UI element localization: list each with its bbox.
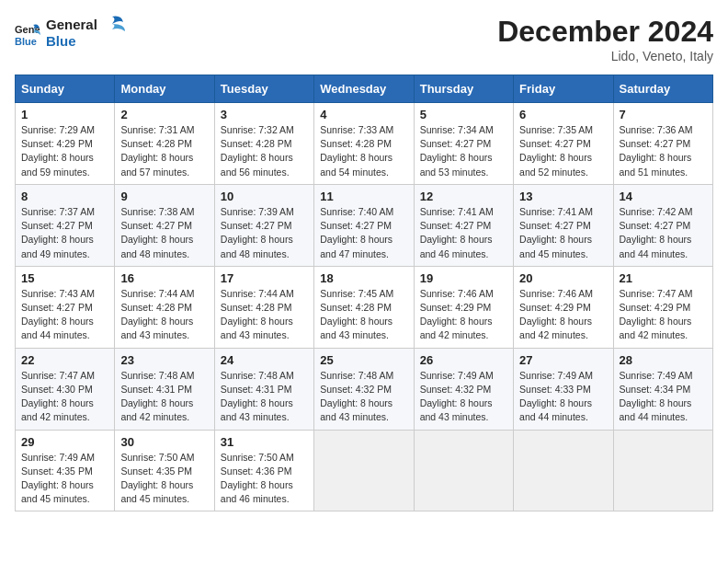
calendar-table: SundayMondayTuesdayWednesdayThursdayFrid… — [15, 75, 713, 511]
weekday-header-tuesday: Tuesday — [214, 75, 313, 103]
day-info-18: Sunrise: 7:45 AM Sunset: 4:28 PM Dayligh… — [320, 287, 407, 343]
day-number-3: 3 — [221, 108, 308, 121]
day-cell-25: 25Sunrise: 7:48 AM Sunset: 4:32 PM Dayli… — [314, 348, 414, 430]
day-info-20: Sunrise: 7:46 AM Sunset: 4:29 PM Dayligh… — [519, 287, 607, 343]
week-row-5: 29Sunrise: 7:49 AM Sunset: 4:35 PM Dayli… — [16, 430, 713, 511]
day-number-22: 22 — [21, 353, 108, 367]
day-number-17: 17 — [221, 271, 308, 285]
day-number-28: 28 — [620, 353, 707, 367]
day-number-19: 19 — [420, 271, 507, 285]
day-info-14: Sunrise: 7:42 AM Sunset: 4:27 PM Dayligh… — [620, 205, 707, 261]
day-info-29: Sunrise: 7:49 AM Sunset: 4:35 PM Dayligh… — [21, 451, 108, 507]
day-number-27: 27 — [519, 353, 607, 367]
empty-cell — [414, 430, 513, 511]
day-info-16: Sunrise: 7:44 AM Sunset: 4:28 PM Dayligh… — [120, 287, 208, 343]
week-row-1: 1Sunrise: 7:29 AM Sunset: 4:29 PM Daylig… — [16, 103, 713, 185]
day-number-29: 29 — [21, 435, 108, 449]
day-info-23: Sunrise: 7:48 AM Sunset: 4:31 PM Dayligh… — [120, 369, 208, 425]
empty-cell — [613, 430, 712, 511]
day-number-30: 30 — [120, 435, 208, 449]
svg-text:General: General — [46, 17, 97, 32]
day-number-11: 11 — [320, 190, 407, 203]
day-number-10: 10 — [221, 190, 308, 203]
svg-text:Blue: Blue — [46, 33, 76, 49]
day-number-23: 23 — [120, 353, 208, 367]
day-info-9: Sunrise: 7:38 AM Sunset: 4:27 PM Dayligh… — [120, 205, 208, 261]
day-info-8: Sunrise: 7:37 AM Sunset: 4:27 PM Dayligh… — [21, 205, 108, 261]
day-cell-24: 24Sunrise: 7:48 AM Sunset: 4:31 PM Dayli… — [214, 348, 313, 430]
logo: General Blue General Blue — [15, 15, 129, 53]
day-info-3: Sunrise: 7:32 AM Sunset: 4:28 PM Dayligh… — [221, 123, 308, 179]
day-number-1: 1 — [21, 108, 108, 121]
day-cell-26: 26Sunrise: 7:49 AM Sunset: 4:32 PM Dayli… — [414, 348, 513, 430]
day-number-20: 20 — [519, 271, 607, 285]
day-info-12: Sunrise: 7:41 AM Sunset: 4:27 PM Dayligh… — [420, 205, 507, 261]
day-cell-6: 6Sunrise: 7:35 AM Sunset: 4:27 PM Daylig… — [514, 103, 613, 185]
day-info-31: Sunrise: 7:50 AM Sunset: 4:36 PM Dayligh… — [221, 451, 308, 507]
weekday-header-sunday: Sunday — [16, 75, 115, 103]
day-info-30: Sunrise: 7:50 AM Sunset: 4:35 PM Dayligh… — [120, 451, 208, 507]
day-number-16: 16 — [120, 271, 208, 285]
day-number-6: 6 — [519, 108, 607, 121]
weekday-header-saturday: Saturday — [613, 75, 712, 103]
day-info-25: Sunrise: 7:48 AM Sunset: 4:32 PM Dayligh… — [320, 369, 407, 425]
logo-icon: General Blue — [15, 21, 40, 47]
day-cell-31: 31Sunrise: 7:50 AM Sunset: 4:36 PM Dayli… — [214, 430, 313, 511]
day-info-24: Sunrise: 7:48 AM Sunset: 4:31 PM Dayligh… — [221, 369, 308, 425]
week-row-3: 15Sunrise: 7:43 AM Sunset: 4:27 PM Dayli… — [16, 266, 713, 348]
day-cell-22: 22Sunrise: 7:47 AM Sunset: 4:30 PM Dayli… — [16, 348, 115, 430]
day-number-15: 15 — [21, 271, 108, 285]
day-number-9: 9 — [120, 190, 208, 203]
month-title: December 2024 — [497, 15, 713, 49]
weekday-header-row: SundayMondayTuesdayWednesdayThursdayFrid… — [16, 75, 713, 103]
day-info-28: Sunrise: 7:49 AM Sunset: 4:34 PM Dayligh… — [620, 369, 707, 425]
weekday-header-thursday: Thursday — [414, 75, 513, 103]
day-number-25: 25 — [320, 353, 407, 367]
day-cell-18: 18Sunrise: 7:45 AM Sunset: 4:28 PM Dayli… — [314, 266, 414, 348]
day-number-7: 7 — [620, 108, 707, 121]
title-block: December 2024 Lido, Veneto, Italy — [497, 15, 713, 63]
empty-cell — [314, 430, 414, 511]
day-cell-19: 19Sunrise: 7:46 AM Sunset: 4:29 PM Dayli… — [414, 266, 513, 348]
weekday-header-friday: Friday — [514, 75, 613, 103]
day-cell-27: 27Sunrise: 7:49 AM Sunset: 4:33 PM Dayli… — [514, 348, 613, 430]
day-cell-12: 12Sunrise: 7:41 AM Sunset: 4:27 PM Dayli… — [414, 184, 513, 266]
day-number-31: 31 — [221, 435, 308, 449]
location: Lido, Veneto, Italy — [497, 49, 713, 63]
day-info-19: Sunrise: 7:46 AM Sunset: 4:29 PM Dayligh… — [420, 287, 507, 343]
day-cell-21: 21Sunrise: 7:47 AM Sunset: 4:29 PM Dayli… — [613, 266, 712, 348]
day-cell-4: 4Sunrise: 7:33 AM Sunset: 4:28 PM Daylig… — [314, 103, 414, 185]
day-info-21: Sunrise: 7:47 AM Sunset: 4:29 PM Dayligh… — [620, 287, 707, 343]
day-cell-23: 23Sunrise: 7:48 AM Sunset: 4:31 PM Dayli… — [115, 348, 214, 430]
day-cell-11: 11Sunrise: 7:40 AM Sunset: 4:27 PM Dayli… — [314, 184, 414, 266]
day-number-5: 5 — [420, 108, 507, 121]
day-cell-20: 20Sunrise: 7:46 AM Sunset: 4:29 PM Dayli… — [514, 266, 613, 348]
day-number-4: 4 — [320, 108, 407, 121]
day-info-15: Sunrise: 7:43 AM Sunset: 4:27 PM Dayligh… — [21, 287, 108, 343]
page-header: General Blue General Blue December 2024 … — [15, 15, 713, 63]
day-cell-1: 1Sunrise: 7:29 AM Sunset: 4:29 PM Daylig… — [16, 103, 115, 185]
weekday-header-wednesday: Wednesday — [314, 75, 414, 103]
day-number-12: 12 — [420, 190, 507, 203]
day-cell-29: 29Sunrise: 7:49 AM Sunset: 4:35 PM Dayli… — [16, 430, 115, 511]
week-row-2: 8Sunrise: 7:37 AM Sunset: 4:27 PM Daylig… — [16, 184, 713, 266]
day-cell-9: 9Sunrise: 7:38 AM Sunset: 4:27 PM Daylig… — [115, 184, 214, 266]
day-number-18: 18 — [320, 271, 407, 285]
day-number-8: 8 — [21, 190, 108, 203]
weekday-header-monday: Monday — [115, 75, 214, 103]
day-info-7: Sunrise: 7:36 AM Sunset: 4:27 PM Dayligh… — [620, 123, 707, 179]
day-cell-10: 10Sunrise: 7:39 AM Sunset: 4:27 PM Dayli… — [214, 184, 313, 266]
day-cell-14: 14Sunrise: 7:42 AM Sunset: 4:27 PM Dayli… — [613, 184, 712, 266]
day-number-14: 14 — [620, 190, 707, 203]
day-info-2: Sunrise: 7:31 AM Sunset: 4:28 PM Dayligh… — [120, 123, 208, 179]
day-cell-30: 30Sunrise: 7:50 AM Sunset: 4:35 PM Dayli… — [115, 430, 214, 511]
day-info-27: Sunrise: 7:49 AM Sunset: 4:33 PM Dayligh… — [519, 369, 607, 425]
day-info-26: Sunrise: 7:49 AM Sunset: 4:32 PM Dayligh… — [420, 369, 507, 425]
day-info-17: Sunrise: 7:44 AM Sunset: 4:28 PM Dayligh… — [221, 287, 308, 343]
day-info-5: Sunrise: 7:34 AM Sunset: 4:27 PM Dayligh… — [420, 123, 507, 179]
week-row-4: 22Sunrise: 7:47 AM Sunset: 4:30 PM Dayli… — [16, 348, 713, 430]
day-info-11: Sunrise: 7:40 AM Sunset: 4:27 PM Dayligh… — [320, 205, 407, 261]
day-info-1: Sunrise: 7:29 AM Sunset: 4:29 PM Dayligh… — [21, 123, 108, 179]
day-cell-7: 7Sunrise: 7:36 AM Sunset: 4:27 PM Daylig… — [613, 103, 712, 185]
day-info-22: Sunrise: 7:47 AM Sunset: 4:30 PM Dayligh… — [21, 369, 108, 425]
